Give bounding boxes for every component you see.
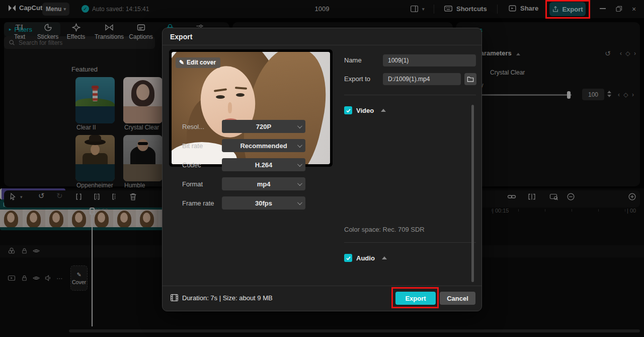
capcut-window: CapCut Menu ▾ ✓ Auto saved: 14:15:41 100… (0, 0, 644, 337)
codec-value: H.264 (255, 161, 273, 169)
collapse-audio-icon[interactable] (382, 256, 387, 259)
video-section-label: Video (356, 107, 374, 114)
bitrate-label: Bit rate (182, 142, 203, 150)
export-dialog: Export ✎ Edit cover Name Export to (162, 28, 482, 311)
format-dropdown[interactable]: mp4 (222, 177, 305, 190)
framerate-label: Frame rate (182, 199, 214, 207)
divider (344, 242, 476, 243)
chevron-down-icon (297, 162, 302, 167)
divider (163, 286, 481, 286)
export-to-label: Export to (344, 75, 370, 83)
bitrate-value: Recommended (240, 142, 287, 150)
divider (344, 95, 476, 95)
cancel-label: Cancel (447, 295, 468, 302)
duration-size-text: Duration: 7s | Size: about 9 MB (182, 294, 273, 302)
codec-label: Codec (182, 161, 201, 169)
color-space-text: Color space: Rec. 709 SDR (344, 226, 425, 233)
format-label: Format (182, 180, 203, 188)
bitrate-dropdown[interactable]: Recommended (222, 139, 305, 152)
chevron-down-icon (297, 200, 302, 205)
chevron-down-icon (297, 181, 302, 186)
collapse-video-icon[interactable] (381, 109, 386, 112)
format-value: mp4 (257, 180, 271, 188)
resolution-value: 720P (256, 123, 271, 130)
film-icon (170, 294, 179, 302)
edit-cover-button[interactable]: ✎ Edit cover (176, 57, 220, 68)
divider (163, 45, 481, 45)
codec-dropdown[interactable]: H.264 (222, 158, 305, 171)
edit-cover-label: Edit cover (187, 59, 216, 66)
chevron-down-icon (297, 123, 302, 128)
name-input[interactable] (383, 54, 476, 66)
browse-folder-button[interactable] (464, 73, 476, 85)
export-path-input[interactable] (383, 73, 461, 85)
cancel-button[interactable]: Cancel (440, 292, 475, 305)
audio-section-label: Audio (356, 254, 375, 262)
highlight-box-dialog-export (391, 287, 439, 308)
edit-pencil-icon: ✎ (179, 59, 184, 66)
resolution-label: Resol... (182, 123, 204, 130)
video-checkbox[interactable] (344, 106, 352, 114)
framerate-value: 30fps (255, 199, 272, 207)
name-label: Name (344, 56, 362, 64)
resolution-dropdown[interactable]: 720P (222, 120, 305, 133)
chevron-down-icon (297, 143, 302, 148)
dialog-title: Export (170, 33, 192, 41)
audio-checkbox[interactable] (344, 254, 352, 262)
framerate-dropdown[interactable]: 30fps (222, 196, 305, 210)
dialog-scrollbar[interactable] (471, 105, 474, 282)
highlight-box-top-export (545, 0, 590, 19)
